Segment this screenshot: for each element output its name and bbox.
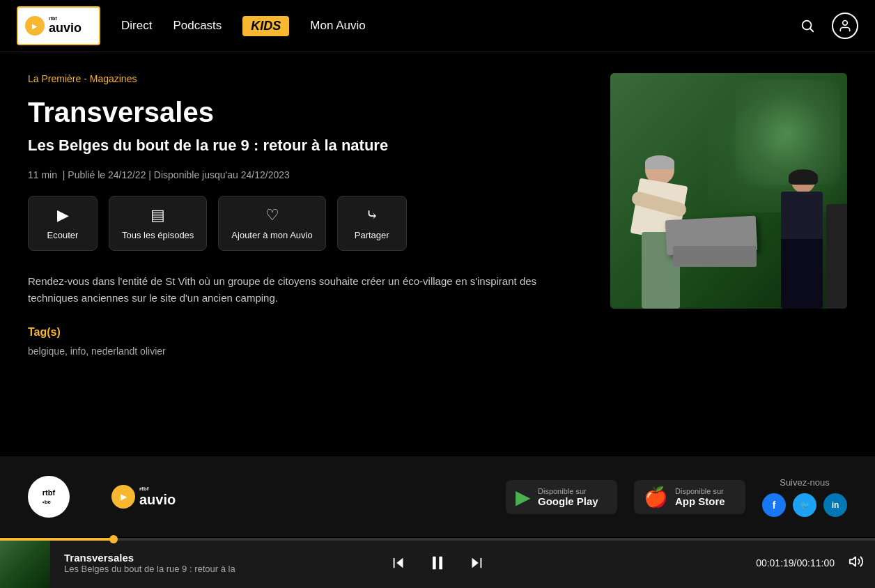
nav-mon-auvio[interactable]: Mon Auvio xyxy=(310,19,365,33)
episode-title: Les Belges du bout de la rue 9 : retour … xyxy=(28,135,582,157)
logo-play-icon xyxy=(25,16,45,36)
google-play-badge[interactable]: ▶ Disponible sur Google Play xyxy=(506,480,617,514)
svg-marker-9 xyxy=(850,557,855,566)
pause-icon xyxy=(428,553,447,573)
user-icon xyxy=(838,19,852,33)
partager-button[interactable]: ⤷ Partager xyxy=(337,196,407,251)
svg-point-2 xyxy=(843,21,848,26)
footer: rtbf•be ▶ rtbf auvio ▶ Disponible sur Go… xyxy=(0,456,875,537)
tous-episodes-button[interactable]: ▤ Tous les épisodes xyxy=(109,196,207,251)
episode-published: Publié le 24/12/22 xyxy=(68,169,146,180)
show-title: Transversales xyxy=(28,97,582,128)
footer-rtbf-logo[interactable]: rtbf•be xyxy=(28,476,70,518)
linkedin-icon: in xyxy=(832,500,839,510)
search-button[interactable] xyxy=(794,13,821,39)
episode-meta: 11 min | Publié le 24/12/22 | Disponible… xyxy=(28,169,582,180)
google-play-label: Disponible sur xyxy=(538,487,598,495)
content-left: La Première - Magazines Transversales Le… xyxy=(28,73,582,435)
progress-dot xyxy=(109,535,118,543)
volume-button[interactable] xyxy=(849,554,864,573)
episodes-icon: ▤ xyxy=(150,206,165,224)
skip-back-icon xyxy=(391,555,406,571)
svg-point-0 xyxy=(803,21,812,30)
twitter-link[interactable]: 🐦 xyxy=(793,493,816,517)
breadcrumb-separator: - xyxy=(84,73,90,84)
google-play-name: Google Play xyxy=(538,495,598,507)
player-thumbnail xyxy=(0,538,50,588)
auvio-play-icon: ▶ xyxy=(111,485,135,509)
skip-back-button[interactable] xyxy=(386,550,411,575)
ecouter-button[interactable]: ▶ Ecouter xyxy=(28,196,98,251)
pause-button[interactable] xyxy=(425,550,450,575)
navigation: rtbf auvio Direct Podcasts KIDS Mon Auvi… xyxy=(0,0,875,52)
svg-rect-6 xyxy=(439,557,442,570)
svg-line-1 xyxy=(810,29,813,31)
linkedin-link[interactable]: in xyxy=(823,493,847,517)
search-icon xyxy=(800,18,815,33)
volume-icon xyxy=(849,554,864,569)
player-show-title: Transversales xyxy=(64,552,403,564)
footer-auvio-logo[interactable]: ▶ rtbf auvio xyxy=(111,484,176,509)
player-info: Transversales Les Belges du bout de la r… xyxy=(50,552,417,574)
nav-actions xyxy=(794,13,858,39)
progress-fill xyxy=(0,538,114,541)
player-episode-subtitle: Les Belges du bout de la rue 9 : retour … xyxy=(64,564,403,574)
nav-direct[interactable]: Direct xyxy=(121,19,152,33)
app-store-badge[interactable]: 🍎 Disponible sur App Store xyxy=(634,480,745,514)
share-icon: ⤷ xyxy=(366,206,378,224)
main-content: La Première - Magazines Transversales Le… xyxy=(0,52,875,456)
content-right xyxy=(610,73,847,435)
rtbf-dot-logo: rtbf•be xyxy=(28,476,70,518)
ecouter-label: Ecouter xyxy=(47,230,79,240)
heart-icon: ♡ xyxy=(265,206,279,224)
player-time: 00:01:19/00:11:00 xyxy=(756,557,835,568)
logo-rtbf-text: rtbf xyxy=(49,16,82,21)
skip-forward-button[interactable] xyxy=(464,550,489,575)
player-thumb-image xyxy=(0,538,50,588)
ajouter-auvio-button[interactable]: ♡ Ajouter à mon Auvio xyxy=(218,196,325,251)
episode-available-until: Disponible jusqu'au 24/12/2023 xyxy=(154,169,290,180)
partager-label: Partager xyxy=(355,230,389,240)
action-buttons: ▶ Ecouter ▤ Tous les épisodes ♡ Ajouter … xyxy=(28,196,582,251)
episode-duration: 11 min xyxy=(28,169,57,180)
play-icon: ▶ xyxy=(57,206,69,224)
skip-forward-icon xyxy=(469,555,484,571)
store-badges: ▶ Disponible sur Google Play 🍎 Disponibl… xyxy=(506,477,847,517)
episode-image xyxy=(610,73,847,309)
google-play-icon: ▶ xyxy=(516,486,531,509)
svg-marker-3 xyxy=(396,558,403,568)
breadcrumb-magazines[interactable]: Magazines xyxy=(90,73,137,84)
social-links: Suivez-nous f 🐦 in xyxy=(762,477,847,517)
episode-description: Rendez-vous dans l'entité de St Vith où … xyxy=(28,273,557,307)
player-controls xyxy=(386,550,489,575)
tags-label: Tag(s) xyxy=(28,326,582,339)
progress-track[interactable] xyxy=(0,538,875,541)
user-account-button[interactable] xyxy=(832,13,858,39)
social-icons: f 🐦 in xyxy=(762,493,847,517)
facebook-link[interactable]: f xyxy=(762,493,786,517)
app-store-name: App Store xyxy=(675,495,725,507)
tous-episodes-label: Tous les épisodes xyxy=(122,230,194,240)
facebook-icon: f xyxy=(773,500,776,511)
ajouter-auvio-label: Ajouter à mon Auvio xyxy=(231,230,312,240)
rtbf-auvio-logo[interactable]: rtbf auvio xyxy=(17,6,100,45)
svg-marker-7 xyxy=(472,558,479,568)
svg-rect-5 xyxy=(433,557,436,570)
twitter-icon: 🐦 xyxy=(800,500,810,510)
nav-links: Direct Podcasts KIDS Mon Auvio xyxy=(121,16,794,36)
breadcrumb: La Première - Magazines xyxy=(28,73,582,84)
logo-auvio-text: auvio xyxy=(49,21,82,36)
apple-icon: 🍎 xyxy=(644,486,668,509)
episode-tags: belgique, info, nederlandt olivier xyxy=(28,346,582,357)
player-bar: Transversales Les Belges du bout de la r… xyxy=(0,538,875,588)
social-follow-label: Suivez-nous xyxy=(780,477,830,488)
app-store-label: Disponible sur xyxy=(675,487,725,495)
nav-podcasts[interactable]: Podcasts xyxy=(173,19,222,33)
nav-kids[interactable]: KIDS xyxy=(242,16,289,36)
breadcrumb-la-premiere[interactable]: La Première xyxy=(28,73,81,84)
